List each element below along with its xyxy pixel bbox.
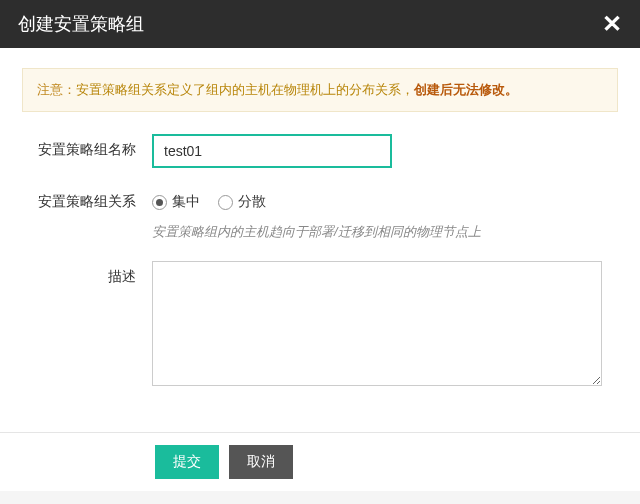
form-row-relation: 安置策略组关系 集中 分散 — [22, 186, 618, 211]
modal-title: 创建安置策略组 — [18, 12, 144, 36]
notice-text: 安置策略组关系定义了组内的主机在物理机上的分布关系， — [76, 82, 414, 97]
notice-banner: 注意：安置策略组关系定义了组内的主机在物理机上的分布关系，创建后无法修改。 — [22, 68, 618, 112]
modal-header: 创建安置策略组 ✕ — [0, 0, 640, 48]
radio-label: 集中 — [172, 193, 200, 211]
radio-icon — [218, 195, 233, 210]
modal-footer: 提交 取消 — [0, 432, 640, 491]
notice-highlight: 创建后无法修改。 — [414, 82, 518, 97]
submit-button[interactable]: 提交 — [155, 445, 219, 479]
relation-label: 安置策略组关系 — [22, 186, 152, 211]
radio-label: 分散 — [238, 193, 266, 211]
close-icon[interactable]: ✕ — [602, 12, 622, 36]
radio-option-dispersed[interactable]: 分散 — [218, 193, 266, 211]
modal-body: 注意：安置策略组关系定义了组内的主机在物理机上的分布关系，创建后无法修改。 安置… — [0, 48, 640, 432]
name-input[interactable] — [152, 134, 392, 168]
radio-option-concentrated[interactable]: 集中 — [152, 193, 200, 211]
form-row-name: 安置策略组名称 — [22, 134, 618, 168]
name-label: 安置策略组名称 — [22, 134, 152, 159]
description-label: 描述 — [22, 261, 152, 286]
form-row-description: 描述 — [22, 261, 618, 390]
description-textarea[interactable] — [152, 261, 602, 386]
radio-icon — [152, 195, 167, 210]
relation-help-text: 安置策略组内的主机趋向于部署/迁移到相同的物理节点上 — [152, 223, 618, 241]
cancel-button[interactable]: 取消 — [229, 445, 293, 479]
notice-prefix: 注意： — [37, 82, 76, 97]
modal: 创建安置策略组 ✕ 注意：安置策略组关系定义了组内的主机在物理机上的分布关系，创… — [0, 0, 640, 491]
relation-radio-group: 集中 分散 — [152, 186, 618, 211]
